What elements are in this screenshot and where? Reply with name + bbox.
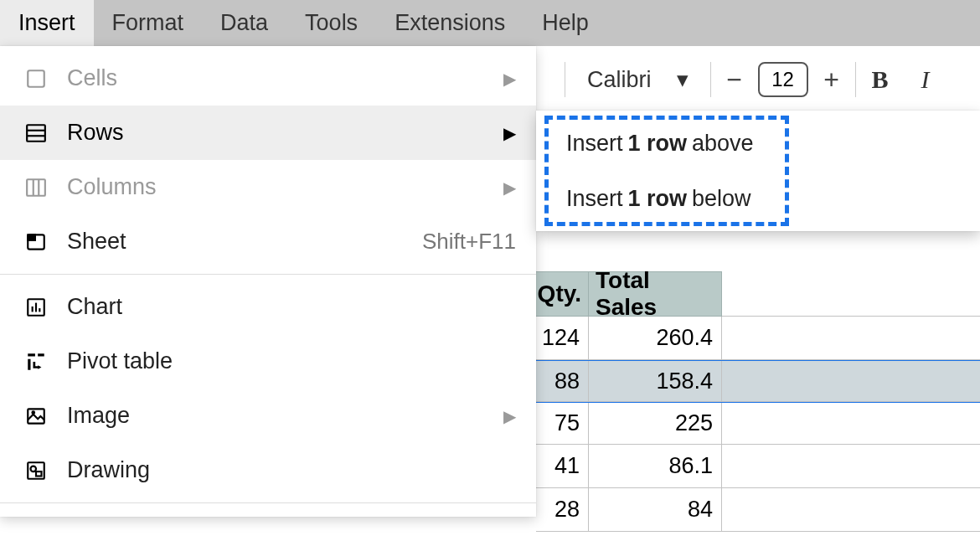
header-label: Qty.	[538, 281, 581, 307]
column-header-total[interactable]: Total Sales	[589, 271, 722, 317]
menu-item-label: Columns	[67, 174, 485, 200]
svg-rect-21	[36, 471, 42, 476]
chevron-right-icon: ▶	[503, 178, 516, 198]
cell-blank[interactable]	[722, 488, 980, 532]
cell-value: 88	[554, 368, 580, 394]
divider	[855, 62, 856, 97]
cell-qty[interactable]: 124	[536, 317, 589, 360]
spreadsheet-area: Qty. Total Sales 124 260.4 88 158.4 75 2…	[536, 251, 980, 541]
cell-total[interactable]: 260.4	[589, 317, 722, 360]
cell-value: 158.4	[656, 368, 713, 394]
table-row-selected[interactable]: 88 158.4	[536, 359, 980, 402]
table-row[interactable]: 75 225	[536, 401, 980, 445]
cell-qty[interactable]: 88	[536, 361, 589, 402]
cell-qty[interactable]: 28	[536, 488, 589, 532]
menu-item-image[interactable]: Image ▶	[0, 389, 536, 443]
menu-tools[interactable]: Tools	[286, 0, 376, 46]
menu-separator	[0, 502, 536, 503]
chevron-right-icon: ▶	[503, 69, 516, 89]
menu-item-label: Image	[67, 403, 485, 429]
menu-data[interactable]: Data	[202, 0, 286, 46]
cell-blank[interactable]	[722, 403, 980, 445]
columns-icon	[23, 175, 49, 200]
menu-label: Help	[542, 10, 589, 36]
decrease-font-button[interactable]: −	[723, 66, 746, 93]
svg-rect-8	[28, 234, 35, 240]
cell-blank[interactable]	[722, 317, 980, 360]
cell-total[interactable]: 86.1	[589, 445, 722, 488]
cell-value: 124	[542, 325, 580, 351]
submenu-text: Insert	[566, 186, 623, 212]
bold-button[interactable]: B	[868, 65, 893, 94]
chart-icon	[23, 295, 49, 320]
chevron-right-icon: ▶	[503, 406, 516, 426]
menu-item-sheet[interactable]: Sheet Shift+F11	[0, 214, 536, 269]
menu-item-label: Rows	[67, 120, 485, 146]
column-header-row: Qty. Total Sales	[536, 271, 980, 317]
cell-value: 41	[554, 453, 580, 479]
svg-rect-4	[27, 179, 45, 196]
cell-total[interactable]: 84	[589, 488, 722, 532]
cell-qty[interactable]: 41	[536, 445, 589, 488]
svg-rect-0	[28, 70, 44, 87]
menu-format[interactable]: Format	[94, 0, 203, 46]
data-cells: 124 260.4 88 158.4 75 225 41 86.1 28 84	[536, 317, 980, 532]
divider	[710, 62, 711, 97]
menu-extensions[interactable]: Extensions	[376, 0, 524, 46]
cell-value: 84	[688, 497, 713, 523]
menu-item-drawing[interactable]: Drawing	[0, 443, 536, 497]
insert-dropdown: Cells ▶ Rows ▶ Columns ▶ Sheet Shift+F11…	[0, 46, 536, 517]
svg-rect-13	[28, 353, 35, 356]
menu-item-cells[interactable]: Cells ▶	[0, 51, 536, 106]
table-row[interactable]: 28 84	[536, 488, 980, 532]
svg-marker-16	[38, 365, 41, 368]
submenu-bold-text: 1 row	[628, 131, 688, 157]
table-row[interactable]: 41 86.1	[536, 445, 980, 488]
drawing-icon	[23, 458, 49, 483]
cell-value: 28	[554, 497, 580, 523]
svg-rect-14	[38, 353, 44, 356]
column-header-blank[interactable]	[722, 271, 980, 317]
table-row[interactable]: 124 260.4	[536, 317, 980, 360]
menu-help[interactable]: Help	[524, 0, 607, 46]
cell-total[interactable]: 225	[589, 403, 722, 445]
image-icon	[23, 404, 49, 429]
menu-label: Extensions	[395, 10, 505, 36]
column-header-qty[interactable]: Qty.	[536, 271, 589, 317]
svg-rect-15	[28, 358, 30, 369]
cell-value: 75	[554, 410, 580, 436]
menu-label: Tools	[305, 10, 358, 36]
menubar: Insert Format Data Tools Extensions Help	[0, 0, 980, 46]
header-label: Total Sales	[596, 267, 714, 321]
cell-qty[interactable]: 75	[536, 403, 589, 445]
menu-item-label: Drawing	[67, 457, 516, 483]
menu-item-rows[interactable]: Rows ▶	[0, 106, 536, 160]
chevron-down-icon: ▾	[677, 66, 689, 93]
cell-blank[interactable]	[722, 445, 980, 488]
increase-font-button[interactable]: +	[820, 66, 843, 93]
submenu-bold-text: 1 row	[628, 186, 688, 212]
submenu-text: Insert	[566, 131, 623, 157]
font-size-input[interactable]: 12	[758, 62, 808, 97]
menu-label: Data	[220, 10, 268, 36]
italic-button[interactable]: I	[915, 65, 936, 94]
menu-item-columns[interactable]: Columns ▶	[0, 160, 536, 214]
cell-blank[interactable]	[722, 361, 980, 402]
menu-item-pivot-table[interactable]: Pivot table	[0, 334, 536, 389]
submenu-item-insert-row-above[interactable]: Insert 1 row above	[536, 116, 980, 171]
menu-item-label: Sheet	[67, 229, 404, 255]
menu-label: Insert	[18, 10, 75, 36]
menu-item-chart[interactable]: Chart	[0, 280, 536, 334]
menu-insert[interactable]: Insert	[0, 0, 94, 46]
submenu-item-insert-row-below[interactable]: Insert 1 row below	[536, 171, 980, 226]
menu-item-label: Chart	[67, 294, 516, 320]
cell-value: 86.1	[668, 453, 713, 479]
cell-total[interactable]: 158.4	[589, 361, 722, 402]
font-picker[interactable]: Calibri ▾	[577, 66, 699, 93]
divider	[565, 62, 565, 97]
submenu-text: below	[692, 186, 751, 212]
cell-value: 260.4	[656, 325, 713, 351]
menu-shortcut: Shift+F11	[422, 229, 516, 255]
chevron-right-icon: ▶	[503, 123, 516, 143]
submenu-text: above	[692, 131, 754, 157]
